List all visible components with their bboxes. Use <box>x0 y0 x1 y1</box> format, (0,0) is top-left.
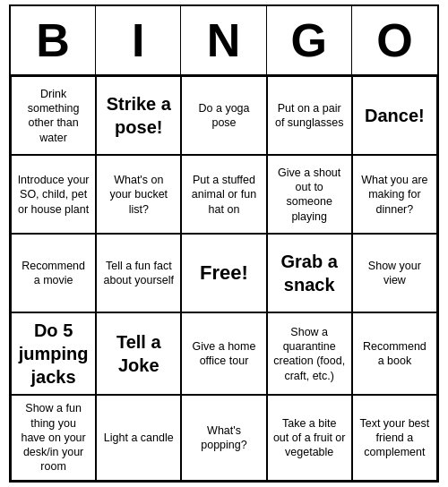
bingo-letter-b: B <box>11 6 96 74</box>
bingo-cell-22[interactable]: What's popping? <box>181 395 266 480</box>
bingo-cell-2[interactable]: Do a yoga pose <box>181 76 266 155</box>
bingo-cell-9[interactable]: What you are making for dinner? <box>352 155 437 234</box>
bingo-cell-0[interactable]: Drink something other than water <box>11 76 96 155</box>
bingo-cell-11[interactable]: Tell a fun fact about yourself <box>96 234 181 312</box>
bingo-cell-18[interactable]: Show a quarantine creation (food, craft,… <box>267 312 352 395</box>
bingo-cell-20[interactable]: Show a fun thing you have on your desk/i… <box>11 395 96 480</box>
bingo-cell-5[interactable]: Introduce your SO, child, pet or house p… <box>11 155 96 234</box>
bingo-grid: Drink something other than waterStrike a… <box>11 76 437 480</box>
bingo-header: BINGO <box>11 6 437 76</box>
bingo-letter-n: N <box>181 6 266 74</box>
bingo-cell-16[interactable]: Tell a Joke <box>96 312 181 395</box>
bingo-cell-21[interactable]: Light a candle <box>96 395 181 480</box>
bingo-cell-3[interactable]: Put on a pair of sunglasses <box>267 76 352 155</box>
free-space[interactable]: Free! <box>181 234 266 312</box>
bingo-cell-24[interactable]: Text your best friend a complement <box>352 395 437 480</box>
bingo-cell-14[interactable]: Show your view <box>352 234 437 312</box>
bingo-card: BINGO Drink something other than waterSt… <box>9 4 439 482</box>
bingo-letter-o: O <box>352 6 437 74</box>
bingo-cell-6[interactable]: What's on your bucket list? <box>96 155 181 234</box>
bingo-letter-i: I <box>96 6 181 74</box>
bingo-cell-7[interactable]: Put a stuffed animal or fun hat on <box>181 155 266 234</box>
bingo-letter-g: G <box>267 6 352 74</box>
bingo-cell-19[interactable]: Recommend a book <box>352 312 437 395</box>
bingo-cell-17[interactable]: Give a home office tour <box>181 312 266 395</box>
bingo-cell-23[interactable]: Take a bite out of a fruit or vegetable <box>267 395 352 480</box>
bingo-cell-10[interactable]: Recommend a movie <box>11 234 96 312</box>
bingo-cell-13[interactable]: Grab a snack <box>267 234 352 312</box>
bingo-cell-15[interactable]: Do 5 jumping jacks <box>11 312 96 395</box>
bingo-cell-1[interactable]: Strike a pose! <box>96 76 181 155</box>
bingo-cell-4[interactable]: Dance! <box>352 76 437 155</box>
bingo-cell-8[interactable]: Give a shout out to someone playing <box>267 155 352 234</box>
